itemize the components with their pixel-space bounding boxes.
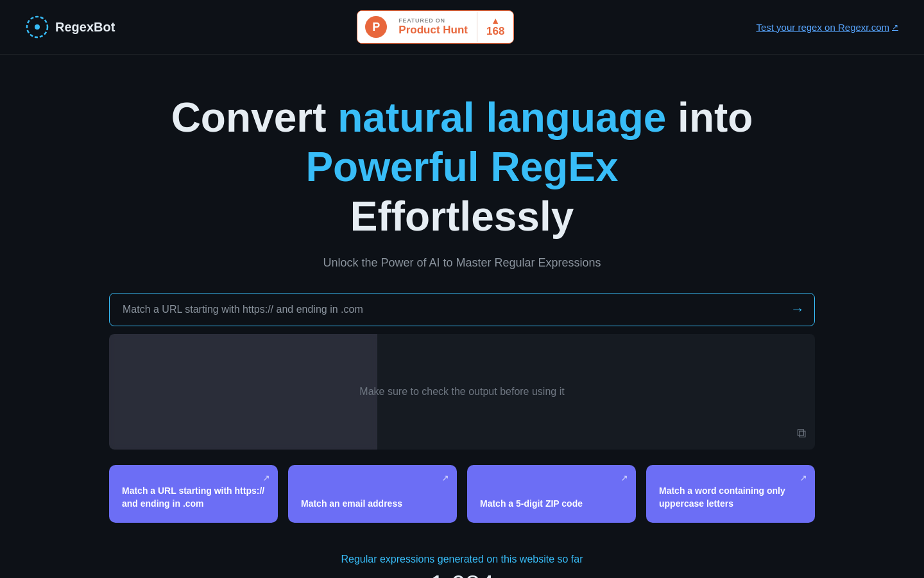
ph-text-area: FEATURED ON Product Hunt [395,13,477,40]
example-card-1[interactable]: ↗ Match an email address [288,465,457,523]
example-card-2[interactable]: ↗ Match a 5-digit ZIP code [467,465,636,523]
card-text-3: Match a word containing only uppercase l… [659,485,802,510]
card-arrow-icon-1: ↗ [441,473,449,483]
logo-text: RegexBot [55,20,115,35]
logo-icon [26,15,49,39]
ph-count: 168 [486,25,504,38]
card-text-1: Match an email address [301,498,402,511]
svg-point-1 [35,24,40,30]
card-arrow-icon-3: ↗ [800,473,807,483]
ph-circle: P [365,16,387,38]
regex-input[interactable] [109,293,815,326]
ph-name: Product Hunt [398,24,468,37]
output-placeholder: Make sure to check the output before usi… [359,386,564,398]
output-blur-overlay [109,334,377,450]
example-cards: ↗ Match a URL starting with https:// and… [109,465,815,523]
submit-button[interactable]: → [791,301,805,318]
ph-featured-label: FEATURED ON [398,17,468,24]
card-text-0: Match a URL starting with https:// and e… [122,485,265,510]
ph-arrow-icon: ▲ [491,16,500,25]
stats-label: Regular expressions generated on this we… [341,554,583,565]
card-arrow-icon-2: ↗ [620,473,628,483]
external-link-icon: ↗ [892,22,898,31]
ph-logo-area: P [357,11,395,43]
example-card-0[interactable]: ↗ Match a URL starting with https:// and… [109,465,278,523]
product-hunt-badge[interactable]: P FEATURED ON Product Hunt ▲ 168 [357,10,514,44]
hero-subtitle: Unlock the Power of AI to Master Regular… [323,256,601,270]
ph-votes-area: ▲ 168 [477,12,513,42]
hero-title: Convert natural language into Powerful R… [109,93,815,241]
copy-button[interactable]: ⧉ [797,426,806,441]
input-container: → [109,293,815,326]
card-text-2: Match a 5-digit ZIP code [480,498,583,511]
output-area: Make sure to check the output before usi… [109,334,815,450]
example-card-3[interactable]: ↗ Match a word containing only uppercase… [646,465,815,523]
logo-area: RegexBot [26,15,115,39]
card-arrow-icon-0: ↗ [262,473,270,483]
external-link[interactable]: Test your regex on Regexr.com ↗ [756,22,898,33]
stats-section: Regular expressions generated on this we… [341,554,583,578]
stats-count: 1,084 [341,570,583,578]
